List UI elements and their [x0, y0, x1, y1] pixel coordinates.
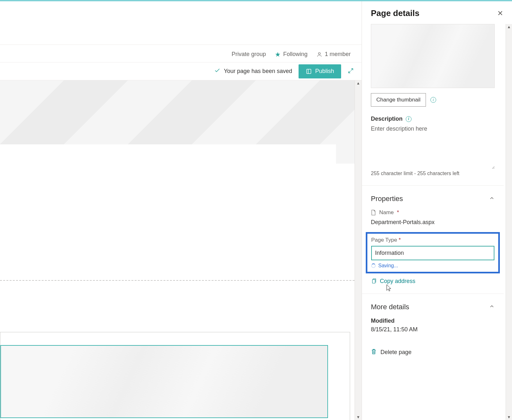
info-icon[interactable]: i — [406, 116, 412, 122]
svg-rect-3 — [372, 279, 375, 283]
name-label: Name — [379, 209, 394, 216]
scroll-up-icon[interactable]: ▲ — [506, 25, 512, 29]
name-value: Department-Portals.aspx — [371, 219, 495, 226]
saved-message: Your page has been saved — [214, 67, 292, 75]
cursor-icon — [385, 284, 392, 293]
page-type-label: Page Type — [371, 237, 397, 243]
copy-address-label: Copy address — [380, 278, 415, 285]
modified-value: 8/15/21, 11:50 AM — [371, 326, 495, 333]
expand-button[interactable] — [348, 68, 354, 75]
canvas-scroll-area[interactable]: + ▲ ▼ — [0, 80, 362, 420]
page-icon — [371, 209, 376, 216]
page-type-input[interactable] — [371, 246, 494, 260]
delete-page-link[interactable]: Delete page — [371, 348, 495, 356]
properties-heading: Properties — [371, 195, 403, 203]
close-panel-button[interactable]: ✕ — [497, 9, 503, 18]
saving-label: Saving... — [378, 263, 398, 269]
description-label: Description — [371, 116, 403, 122]
more-details-section-header[interactable]: More details — [371, 303, 495, 311]
scroll-up-icon[interactable]: ▲ — [355, 81, 362, 85]
copy-address-link[interactable]: Copy address — [371, 278, 495, 285]
description-input[interactable] — [371, 124, 495, 169]
following-label: Following — [283, 51, 308, 58]
person-icon — [316, 52, 322, 57]
required-asterisk: * — [399, 237, 401, 243]
publish-label: Publish — [315, 68, 334, 75]
more-details-heading: More details — [371, 303, 409, 311]
webpart-section[interactable]: + — [0, 332, 350, 420]
image-webpart[interactable] — [0, 345, 328, 418]
publish-icon — [306, 68, 312, 75]
page-details-panel: Page details ✕ Change thumbnail i Descri… — [362, 1, 512, 420]
saving-indicator: Saving... — [371, 263, 494, 269]
top-spacer — [0, 1, 362, 45]
panel-scrollbar[interactable]: ▲ ▼ — [506, 24, 512, 420]
members-label: 1 member — [325, 51, 351, 58]
canvas-scrollbar[interactable]: ▲ ▼ — [355, 80, 362, 420]
thumbnail-preview — [371, 24, 495, 88]
page-canvas-area: Private group ★ Following 1 member Your … — [0, 1, 362, 420]
page-type-highlight: Page Type * Saving... — [366, 232, 500, 273]
svg-rect-1 — [307, 69, 311, 73]
page-toolbar: Your page has been saved Publish — [0, 62, 362, 80]
scroll-down-icon[interactable]: ▼ — [355, 415, 362, 419]
delete-label: Delete page — [380, 349, 412, 356]
members-link[interactable]: 1 member — [316, 51, 351, 58]
hero-title-card[interactable] — [0, 144, 336, 228]
scroll-down-icon[interactable]: ▼ — [506, 415, 512, 419]
properties-section-header[interactable]: Properties — [371, 195, 495, 203]
modified-label: Modified — [371, 318, 495, 324]
publish-button[interactable]: Publish — [299, 64, 341, 78]
checkmark-icon — [214, 67, 220, 75]
section-divider — [0, 280, 355, 281]
required-asterisk: * — [397, 209, 399, 216]
char-limit-note: 255 character limit - 255 characters lef… — [371, 171, 495, 176]
saved-text: Your page has been saved — [224, 68, 292, 75]
panel-title: Page details — [371, 8, 420, 18]
close-icon: ✕ — [497, 9, 503, 17]
change-thumbnail-button[interactable]: Change thumbnail — [371, 93, 426, 107]
site-privacy: Private group — [232, 51, 266, 58]
site-meta: Private group ★ Following 1 member — [232, 51, 351, 58]
info-icon[interactable]: i — [430, 97, 436, 103]
star-icon: ★ — [275, 51, 281, 58]
copy-icon — [371, 278, 377, 285]
chevron-up-icon — [489, 195, 495, 203]
chevron-up-icon — [489, 303, 495, 311]
trash-icon — [371, 348, 377, 356]
svg-point-0 — [318, 52, 320, 54]
following-toggle[interactable]: ★ Following — [275, 51, 308, 58]
spinner-icon — [371, 263, 376, 268]
